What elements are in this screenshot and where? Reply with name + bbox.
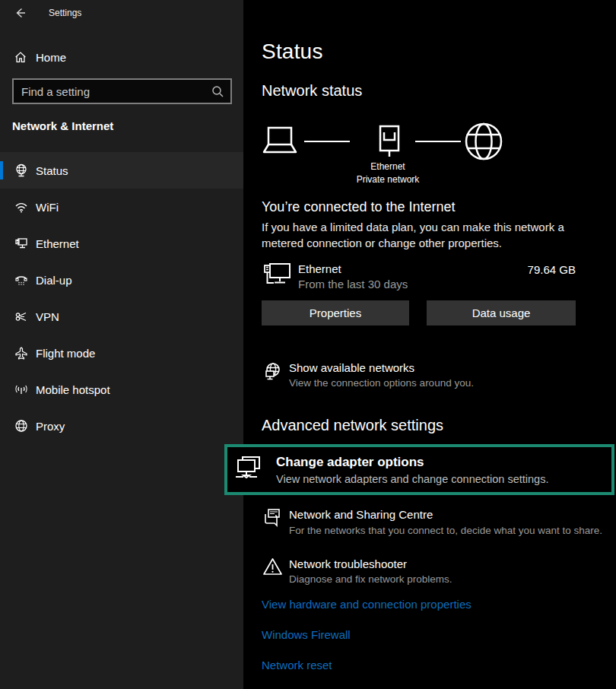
sidebar-item-label: Dial-up xyxy=(36,274,72,287)
troubleshooter-icon[interactable] xyxy=(262,557,283,577)
window-title: Settings xyxy=(49,8,81,18)
windows-firewall-link[interactable]: Windows Firewall xyxy=(262,628,351,641)
data-usage-button[interactable]: Data usage xyxy=(427,300,576,325)
usage-period: From the last 30 days xyxy=(298,278,408,291)
search-icon[interactable] xyxy=(211,84,224,98)
main-content: Status Network status Ethernet Private n… xyxy=(243,0,616,689)
properties-button[interactable]: Properties xyxy=(262,300,409,325)
change-adapter-icon xyxy=(233,454,263,486)
diagram-network-type: Private network xyxy=(327,174,449,185)
laptop-icon xyxy=(262,126,301,157)
show-networks-icon[interactable] xyxy=(262,362,282,382)
sharing-centre-title[interactable]: Network and Sharing Centre xyxy=(289,508,433,521)
sidebar-section-title: Network & Internet xyxy=(12,119,113,132)
airplane-icon xyxy=(14,345,29,360)
sharing-centre-description: For the networks that you connect to, de… xyxy=(289,525,602,536)
dialup-icon xyxy=(14,272,29,287)
network-status-icon xyxy=(14,163,29,178)
sidebar-item-label: VPN xyxy=(36,310,59,323)
sidebar-item-proxy[interactable]: Proxy xyxy=(0,408,243,444)
sidebar-item-vpn[interactable]: VPN xyxy=(0,298,243,335)
settings-window: Settings Home Network & Internet xyxy=(0,0,616,689)
usage-amount: 79.64 GB xyxy=(528,263,576,276)
sidebar-item-label: Ethernet xyxy=(36,237,79,250)
sidebar-item-label: Status xyxy=(36,164,68,177)
change-adapter-options-row[interactable]: Change adapter options View network adap… xyxy=(224,444,614,495)
change-adapter-text: Change adapter options View network adap… xyxy=(276,455,548,485)
back-button[interactable] xyxy=(12,5,27,21)
hotspot-icon xyxy=(14,382,29,397)
sharing-centre-icon[interactable] xyxy=(262,507,283,528)
troubleshooter-description: Diagnose and fix network problems. xyxy=(289,573,452,585)
connection-state: You’re connected to the Internet xyxy=(262,199,456,215)
network-status-heading: Network status xyxy=(262,82,362,100)
sidebar-item-home[interactable]: Home xyxy=(0,44,243,70)
page-title: Status xyxy=(262,40,323,64)
search-input[interactable] xyxy=(14,85,211,98)
home-label: Home xyxy=(36,51,66,64)
ethernet-adapter-icon xyxy=(263,262,292,287)
sidebar-item-mobile-hotspot[interactable]: Mobile hotspot xyxy=(0,371,243,408)
connector-line xyxy=(415,141,461,142)
home-icon xyxy=(14,50,27,64)
globe-icon xyxy=(14,418,29,433)
connector-line xyxy=(304,141,350,142)
sidebar-nav: Status WiFi Ethernet xyxy=(0,152,243,444)
usage-connection-name: Ethernet xyxy=(298,262,341,275)
titlebar: Settings xyxy=(0,0,243,26)
ethernet-icon xyxy=(14,236,29,251)
diagram-connection-name: Ethernet xyxy=(342,161,433,172)
sidebar-item-label: Mobile hotspot xyxy=(36,383,110,396)
show-networks-title[interactable]: Show available networks xyxy=(289,361,414,374)
sidebar-item-wifi[interactable]: WiFi xyxy=(0,189,243,225)
sidebar-item-label: Proxy xyxy=(36,420,65,433)
sidebar-item-ethernet[interactable]: Ethernet xyxy=(0,225,243,262)
show-networks-description: View the connection options around you. xyxy=(289,377,474,389)
connection-description: If you have a limited data plan, you can… xyxy=(262,219,608,251)
change-adapter-title[interactable]: Change adapter options xyxy=(276,455,548,470)
sidebar-item-dialup[interactable]: Dial-up xyxy=(0,262,243,298)
search-box[interactable] xyxy=(12,78,232,104)
advanced-settings-heading: Advanced network settings xyxy=(262,417,443,434)
network-diagram: Ethernet Private network xyxy=(262,122,596,187)
change-adapter-description: View network adapters and change connect… xyxy=(276,473,548,485)
back-arrow-icon xyxy=(13,6,27,20)
vpn-icon xyxy=(14,309,29,324)
sidebar-item-status[interactable]: Status xyxy=(0,152,243,189)
wifi-icon xyxy=(14,199,29,214)
sidebar-item-flightmode[interactable]: Flight mode xyxy=(0,335,243,371)
troubleshooter-title[interactable]: Network troubleshooter xyxy=(289,557,407,570)
sidebar-item-label: Flight mode xyxy=(36,347,95,360)
sidebar-item-label: WiFi xyxy=(36,201,59,214)
network-reset-link[interactable]: Network reset xyxy=(262,659,332,672)
ethernet-plug-icon xyxy=(374,125,405,164)
internet-globe-icon xyxy=(464,122,503,161)
view-hardware-link[interactable]: View hardware and connection properties xyxy=(262,598,472,611)
sidebar: Settings Home Network & Internet xyxy=(0,0,243,689)
